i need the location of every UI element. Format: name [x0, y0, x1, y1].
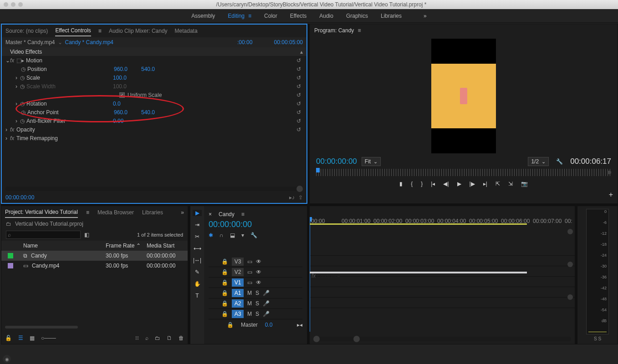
position-x-value[interactable]: 960.0	[114, 66, 141, 72]
reset-icon[interactable]: ↺	[296, 109, 303, 116]
stopwatch-icon[interactable]: ◷	[21, 109, 27, 116]
fx-badge-icon[interactable]: fx	[10, 135, 16, 142]
track-lane[interactable]: fx Candy.mp4	[310, 266, 575, 277]
lock-icon[interactable]: 🔒	[221, 279, 228, 286]
opacity-label[interactable]: Opacity	[16, 126, 103, 133]
motion-label[interactable]: Motion	[26, 57, 112, 64]
workspace-menu-icon[interactable]: ≡	[248, 13, 251, 19]
track-target-toggle[interactable]: V3	[232, 258, 244, 266]
tab-audio-mixer[interactable]: Audio Clip Mixer: Candy	[109, 26, 168, 36]
play-icon[interactable]: ▶	[457, 181, 461, 187]
filter-icon[interactable]: ◧	[84, 232, 89, 238]
lock-icon[interactable]: 🔒	[227, 322, 234, 328]
toggle-icon[interactable]: ▸♪	[289, 194, 295, 201]
track-target-toggle[interactable]: V2	[232, 268, 244, 276]
panel-menu-icon[interactable]: ≡	[241, 211, 245, 217]
twisty-icon[interactable]: ›	[15, 118, 20, 124]
track-lane[interactable]	[310, 298, 575, 308]
label-swatch[interactable]	[8, 253, 13, 258]
voice-icon[interactable]: 🎤	[263, 300, 270, 307]
anchor-y-value[interactable]: 540.0	[141, 109, 169, 116]
workspace-graphics[interactable]: Graphics	[346, 13, 368, 19]
solo-icon[interactable]: S	[255, 290, 259, 296]
toggle-output-icon[interactable]: M	[247, 311, 252, 317]
traffic-close-icon[interactable]	[4, 2, 8, 7]
bin-icon[interactable]: 🗀	[6, 221, 11, 227]
stopwatch-icon[interactable]: ◷	[20, 75, 26, 81]
export-icon[interactable]: ⇪	[298, 194, 303, 201]
tab-media-browser[interactable]: Media Browser	[97, 207, 134, 217]
workspace-overflow-icon[interactable]: »	[424, 13, 427, 19]
lock-icon[interactable]: 🔒	[221, 311, 228, 317]
type-tool-icon[interactable]: T	[193, 293, 202, 299]
lift-icon[interactable]: ⇱	[495, 181, 500, 187]
reset-icon[interactable]: ↺	[296, 92, 303, 98]
solo-icon[interactable]: S	[255, 300, 259, 307]
project-row[interactable]: ⧉Candy 30.00 fps 00:00:00:00	[1, 251, 188, 261]
sort-asc-icon[interactable]: ⌃	[136, 243, 141, 249]
pen-tool-icon[interactable]: ✎	[193, 269, 202, 275]
track-target-toggle[interactable]: A2	[232, 299, 244, 308]
tab-metadata[interactable]: Metadata	[175, 26, 198, 36]
eye-icon[interactable]: 👁	[256, 269, 261, 275]
reset-icon[interactable]: ↺	[296, 57, 303, 64]
uniform-scale-checkbox[interactable]: ✓	[119, 92, 125, 98]
program-scrubber[interactable]	[316, 169, 611, 176]
project-columns-header[interactable]: Name Frame Rate ⌃ Media Start	[1, 241, 188, 251]
auto-sequence-icon[interactable]: ⁝⁝	[135, 335, 139, 341]
master-clip-label[interactable]: Master * Candy.mp4	[5, 39, 55, 46]
ripple-tool-icon[interactable]: ✂	[193, 233, 202, 240]
scale-value[interactable]: 100.0	[113, 75, 140, 81]
workspace-audio[interactable]: Audio	[319, 13, 333, 19]
twisty-icon[interactable]: ›	[15, 101, 20, 107]
program-canvas[interactable]	[310, 37, 618, 155]
tab-effect-controls[interactable]: Effect Controls	[55, 25, 91, 36]
lock-icon[interactable]: 🔒	[221, 258, 228, 265]
step-fwd-icon[interactable]: |▶	[470, 181, 475, 187]
workspace-assembly[interactable]: Assembly	[191, 13, 215, 19]
bracket-out-icon[interactable]: }	[421, 181, 423, 187]
slip-tool-icon[interactable]: |↔|	[193, 257, 202, 263]
timeline-ruler[interactable]: :00:0000:00:01:0000:00:02:0000:00:03:000…	[310, 217, 575, 227]
icon-view-icon[interactable]: ▦	[30, 335, 35, 341]
track-lane[interactable]	[310, 287, 575, 298]
reset-icon[interactable]: ↺	[296, 101, 303, 107]
export-frame-icon[interactable]: 📷	[521, 181, 528, 187]
track-target-toggle[interactable]: V1	[232, 278, 244, 287]
hand-tool-icon[interactable]: ✋	[193, 281, 202, 287]
effect-timecode[interactable]: 00:00:00:00	[5, 194, 34, 201]
new-bin-icon[interactable]: 🗀	[155, 335, 160, 341]
project-row[interactable]: ▭Candy.mp4 30.00 fps 00:00:00:00	[1, 261, 188, 271]
lock-icon[interactable]: 🔒	[221, 290, 228, 296]
time-remap-label[interactable]: Time Remapping	[16, 135, 103, 142]
creative-cloud-icon[interactable]: ◉	[3, 355, 11, 363]
twisty-icon[interactable]: ›	[15, 75, 20, 81]
stopwatch-icon[interactable]: ◷	[21, 66, 27, 72]
add-button-icon[interactable]: +	[609, 191, 613, 199]
workspace-libraries[interactable]: Libraries	[381, 13, 402, 19]
fx-badge-icon[interactable]: fx	[312, 273, 316, 279]
twisty-icon[interactable]: ›	[5, 135, 10, 142]
tab-libraries[interactable]: Libraries	[142, 207, 163, 217]
antiflicker-value[interactable]: 0.00	[113, 118, 140, 124]
track-lane[interactable]	[310, 245, 575, 256]
resolution-select[interactable]: 1/2 ⌄	[528, 157, 549, 166]
position-y-value[interactable]: 540.0	[141, 66, 169, 72]
workspace-color[interactable]: Color	[264, 13, 277, 19]
workspace-editing[interactable]: Editing	[228, 13, 245, 19]
fx-badge-icon[interactable]: fx	[10, 57, 16, 64]
stopwatch-icon[interactable]: ◷	[20, 101, 26, 107]
linked-selection-icon[interactable]: ∩	[220, 232, 224, 238]
col-framerate[interactable]: Frame Rate	[106, 243, 134, 249]
collapse-icon[interactable]: ▴	[300, 49, 303, 55]
sequence-clip-link[interactable]: Candy * Candy.mp4	[65, 39, 114, 46]
freeform-view-icon[interactable]: ○───	[41, 335, 56, 341]
horizontal-scrollbar[interactable]	[313, 337, 571, 341]
find-icon[interactable]: ⌕	[145, 335, 148, 341]
tab-source[interactable]: Source: (no clips)	[5, 26, 48, 36]
tab-sequence[interactable]: Candy	[219, 211, 235, 217]
wrench-icon[interactable]: 🔧	[250, 232, 257, 238]
master-value[interactable]: 0.0	[265, 322, 273, 328]
timeline-clip[interactable]: fx Candy.mp4	[310, 272, 527, 273]
lock-icon[interactable]: 🔒	[221, 269, 228, 275]
